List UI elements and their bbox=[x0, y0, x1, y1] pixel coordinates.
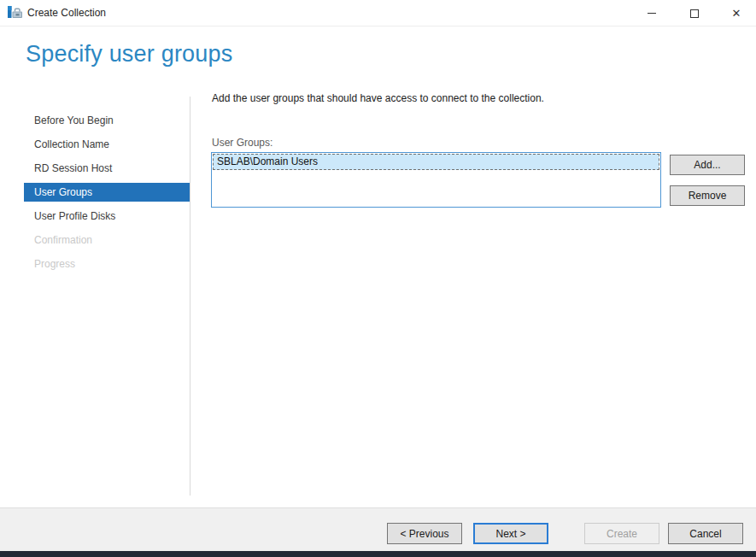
sidebar-divider bbox=[190, 97, 190, 495]
maximize-icon bbox=[690, 9, 699, 18]
user-groups-listbox[interactable]: SBLAB\Domain Users bbox=[211, 152, 661, 208]
sidebar-item-progress: Progress bbox=[24, 255, 190, 273]
titlebar: Create Collection ✕ bbox=[0, 0, 756, 26]
add-button[interactable]: Add... bbox=[670, 155, 745, 175]
next-button[interactable]: Next > bbox=[473, 523, 548, 544]
sidebar-item-before-you-begin[interactable]: Before You Begin bbox=[24, 111, 190, 130]
sidebar-item-rd-session-host[interactable]: RD Session Host bbox=[24, 159, 190, 178]
maximize-button[interactable] bbox=[675, 0, 714, 26]
window-title: Create Collection bbox=[27, 0, 106, 26]
instruction-text: Add the user groups that should have acc… bbox=[212, 92, 665, 104]
sidebar-item-confirmation: Confirmation bbox=[24, 231, 190, 249]
server-manager-toolbox-icon bbox=[8, 6, 23, 21]
sidebar-item-user-groups[interactable]: User Groups bbox=[24, 183, 190, 202]
previous-button[interactable]: < Previous bbox=[387, 523, 462, 544]
user-groups-label: User Groups: bbox=[212, 137, 273, 149]
cancel-button[interactable]: Cancel bbox=[668, 523, 743, 544]
window-bottom-edge bbox=[0, 551, 756, 557]
user-group-list-item[interactable]: SBLAB\Domain Users bbox=[213, 154, 659, 170]
page-title: Specify user groups bbox=[26, 41, 232, 67]
create-button: Create bbox=[584, 523, 659, 544]
sidebar-item-collection-name[interactable]: Collection Name bbox=[24, 135, 190, 154]
wizard-step-list: Before You Begin Collection Name RD Sess… bbox=[24, 111, 190, 278]
minimize-button[interactable] bbox=[632, 0, 671, 26]
sidebar-item-user-profile-disks[interactable]: User Profile Disks bbox=[24, 207, 190, 226]
close-button[interactable]: ✕ bbox=[717, 0, 756, 26]
close-icon: ✕ bbox=[732, 8, 741, 19]
create-collection-wizard-window: Create Collection ✕ Specify user groups … bbox=[0, 0, 756, 557]
remove-button[interactable]: Remove bbox=[670, 185, 745, 206]
minimize-icon bbox=[648, 13, 656, 14]
